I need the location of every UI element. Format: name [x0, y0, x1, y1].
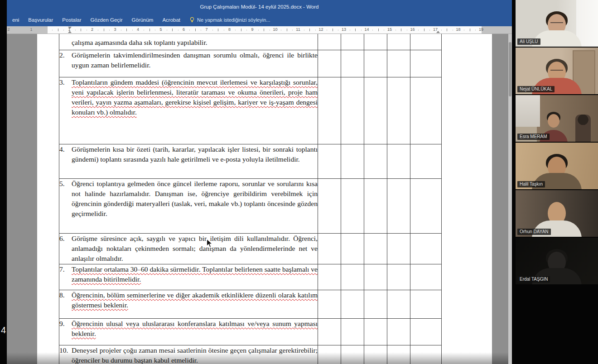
- video-tile[interactable]: Nejat ÜNLÜKAL: [516, 48, 598, 94]
- table-cell-empty[interactable]: [341, 77, 364, 144]
- table-row: 9.Öğrencinin ulusal veya uluslararası ko…: [59, 319, 442, 345]
- ruler-number: 7: [205, 27, 207, 32]
- table-cell-empty[interactable]: [387, 290, 410, 319]
- ribbon-tab[interactable]: Başvurular: [24, 17, 58, 23]
- table-cell-empty[interactable]: [318, 77, 341, 144]
- ruler-tick: [235, 30, 236, 30]
- table-cell-empty[interactable]: [410, 290, 442, 319]
- table-cell-empty[interactable]: [364, 50, 387, 77]
- table-cell-empty[interactable]: [364, 234, 387, 264]
- table-row: 8.Öğrencinin, bölüm seminerlerine ve diğ…: [59, 290, 442, 319]
- scrollbar-thumb[interactable]: [509, 42, 511, 96]
- vertical-scrollbar[interactable]: [508, 34, 512, 364]
- table-cell-empty[interactable]: [387, 34, 410, 50]
- ribbon-tab-bar: eniBaşvurularPostalarGözden GeçirGörünüm…: [7, 14, 512, 26]
- video-tile[interactable]: Erdal TAŞGIN: [516, 238, 598, 284]
- video-tile[interactable]: Ali UŞLU: [516, 0, 598, 47]
- table-cell-empty[interactable]: [318, 290, 341, 319]
- document-canvas: çalışma aşamasında daha sık toplantı yap…: [7, 34, 512, 364]
- ruler-tick: [361, 30, 362, 30]
- table-cell-empty[interactable]: [364, 290, 387, 319]
- table-cell-empty[interactable]: [318, 345, 341, 364]
- table-cell-empty[interactable]: [318, 234, 341, 264]
- ruler-tick: [447, 29, 447, 31]
- table-cell-empty[interactable]: [387, 50, 410, 77]
- video-tile[interactable]: Esra MERAM: [516, 95, 598, 142]
- table-cell-empty[interactable]: [341, 264, 364, 290]
- table-cell-empty[interactable]: [364, 264, 387, 290]
- table-cell-empty[interactable]: [341, 234, 364, 264]
- table-cell-empty[interactable]: [318, 179, 341, 234]
- ribbon-tab[interactable]: Acrobat: [158, 17, 185, 23]
- table-cell-empty[interactable]: [341, 179, 364, 234]
- document-page[interactable]: çalışma aşamasında daha sık toplantı yap…: [37, 34, 492, 364]
- table-cell-empty[interactable]: [387, 179, 410, 234]
- table-cell-empty[interactable]: [410, 264, 442, 290]
- table-cell-empty[interactable]: [410, 345, 442, 364]
- table-row: 5.Öğrenci toplantıya gelmeden önce günce…: [59, 179, 442, 234]
- table-cell-empty[interactable]: [410, 319, 442, 345]
- table-cell-empty[interactable]: [341, 319, 364, 345]
- table-cell-empty[interactable]: [410, 50, 442, 77]
- table-cell-empty[interactable]: [364, 345, 387, 364]
- table-cell-empty[interactable]: [318, 50, 341, 77]
- table-cell-empty[interactable]: [410, 34, 442, 50]
- table-cell-empty[interactable]: [318, 264, 341, 290]
- table-cell-text[interactable]: 4.Görüşmelerin kısa bir özeti (tarih, ka…: [59, 144, 318, 179]
- table-cell-empty[interactable]: [387, 77, 410, 144]
- ruler-number: 4: [137, 27, 139, 32]
- table-row: 2.Görüşmelerin takvimlendirilmesinden da…: [59, 50, 442, 77]
- hanging-indent-marker[interactable]: [68, 29, 72, 33]
- table-cell-empty[interactable]: [410, 179, 442, 234]
- horizontal-ruler[interactable]: 1234567891011121314151617181921: [7, 26, 512, 34]
- table-cell-empty[interactable]: [410, 77, 442, 144]
- table-cell-empty[interactable]: [387, 345, 410, 364]
- table-cell-text[interactable]: 9.Öğrencinin ulusal veya uluslararası ko…: [59, 319, 318, 345]
- table-cell-text[interactable]: 7.Toplantılar ortalama 30–60 dakika sürm…: [59, 264, 318, 290]
- table-cell-empty[interactable]: [387, 234, 410, 264]
- ruler-tick: [338, 30, 338, 30]
- ribbon-tab[interactable]: Gözden Geçir: [86, 17, 127, 23]
- table-cell-empty[interactable]: [341, 290, 364, 319]
- table-cell-text[interactable]: çalışma aşamasında daha sık toplantı yap…: [59, 34, 318, 50]
- ribbon-tab[interactable]: eni: [8, 17, 24, 23]
- table-cell-text[interactable]: 5.Öğrenci toplantıya gelmeden önce günce…: [59, 179, 318, 234]
- table-cell-empty[interactable]: [387, 264, 410, 290]
- list-number: 8.: [59, 290, 65, 300]
- list-item-text: Öğrencinin, bölüm seminerlerine ve diğer…: [72, 291, 318, 309]
- ruler-tick: [189, 30, 190, 30]
- table-cell-text[interactable]: 10.Deneysel projeler çoğu zaman mesai sa…: [59, 345, 318, 364]
- table-cell-text[interactable]: 6.Görüşme süresince açık, saygılı ve yap…: [59, 234, 318, 264]
- tell-me-box[interactable]: Ne yapmak istediğinizi söyleyin...: [189, 17, 270, 23]
- table-cell-empty[interactable]: [387, 144, 410, 179]
- table-cell-text[interactable]: 2.Görüşmelerin takvimlendirilmesinden da…: [59, 50, 318, 77]
- table-cell-empty[interactable]: [410, 144, 442, 179]
- table-cell-empty[interactable]: [341, 50, 364, 77]
- table-cell-empty[interactable]: [364, 179, 387, 234]
- table-cell-empty[interactable]: [341, 345, 364, 364]
- table-cell-empty[interactable]: [318, 144, 341, 179]
- table-cell-empty[interactable]: [318, 34, 341, 50]
- ruler-tick: [132, 30, 133, 30]
- ruler-tick: [218, 29, 218, 31]
- right-indent-marker[interactable]: [436, 29, 440, 33]
- ruler-tick: [81, 29, 81, 31]
- table-cell-text[interactable]: 3.Toplantıların gündem maddesi (öğrencin…: [59, 77, 318, 144]
- ribbon-tab[interactable]: Görünüm: [127, 17, 158, 23]
- video-tile[interactable]: Orhun DAYAN: [516, 190, 598, 237]
- table-cell-empty[interactable]: [410, 234, 442, 264]
- table-cell-empty[interactable]: [364, 77, 387, 144]
- table-cell-empty[interactable]: [364, 34, 387, 50]
- table-cell-empty[interactable]: [387, 319, 410, 345]
- table-cell-empty[interactable]: [364, 319, 387, 345]
- ruler-number: 11: [296, 27, 300, 32]
- ruler-tick: [309, 29, 310, 31]
- table-cell-empty[interactable]: [364, 144, 387, 179]
- table-cell-empty[interactable]: [318, 319, 341, 345]
- table-cell-empty[interactable]: [341, 34, 364, 50]
- video-tile[interactable]: Halil Taşkın: [516, 143, 598, 189]
- table-cell-text[interactable]: 8.Öğrencinin, bölüm seminerlerine ve diğ…: [59, 290, 318, 319]
- ribbon-tab[interactable]: Postalar: [58, 17, 86, 23]
- table-cell-empty[interactable]: [341, 144, 364, 179]
- ruler-tick: [121, 30, 121, 30]
